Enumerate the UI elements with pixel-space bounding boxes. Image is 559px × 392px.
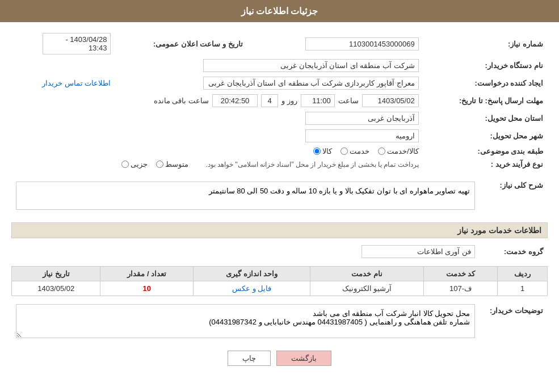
row-mohlat: مهلت ارسال پاسخ: تا تاریخ: 1403/05/02 سا… xyxy=(11,92,548,109)
ejad-konande-label: ایجاد کننده درخواست: xyxy=(423,74,548,92)
tabaghe-kala-item: کالا xyxy=(313,147,332,155)
cell-tedad: 10 xyxy=(100,281,194,296)
row-ostan: استان محل تحویل: آذربایجان غربی xyxy=(11,109,548,127)
services-table: ردیف کد خدمت نام خدمت واحد اندازه گیری ت… xyxy=(11,266,548,296)
ejad-konande-box: معراج آقاپور کاربردازی شرکت آب منطقه ای … xyxy=(203,77,419,90)
row-grohe-khedmat: گروه خدمت: فن آوری اطلاعات xyxy=(11,243,548,260)
buyer-notes-label: توضیحات خریدار: xyxy=(480,302,548,342)
buyer-notes-textarea[interactable] xyxy=(16,304,475,338)
col-radif: ردیف xyxy=(498,267,548,281)
farayand-motovaset-label: متوسط xyxy=(165,160,188,168)
no-farayand-label: نوع فرآیند خرید : xyxy=(423,158,548,171)
nam-dastgah-box: شرکت آب منطقه ای استان آذربایجان غربی xyxy=(203,59,419,72)
tabaghe-kalaKhedmat-label: کالا/خدمت xyxy=(387,147,419,155)
tabaghe-options: کالا/خدمت خدمت کالا xyxy=(11,145,423,158)
mohlat-baghimande-box: 20:42:50 xyxy=(212,94,258,107)
col-kod: کد خدمت xyxy=(423,267,498,281)
tabaghe-khedmat-item: خدمت xyxy=(341,147,369,155)
sharh-label: شرح کلی نیاز: xyxy=(480,176,548,217)
ostan-label: استان محل تحویل: xyxy=(423,109,548,127)
tarikh-elan-box: 1403/04/28 - 13:43 xyxy=(43,33,111,54)
tamaas-khardar-link[interactable]: اطلاعات تماس خریدار xyxy=(42,79,111,87)
farayand-jezyi-item: جزیی xyxy=(121,160,148,168)
btn-row: بازگشت چاپ xyxy=(11,351,548,366)
tabaghe-radio-group: کالا/خدمت خدمت کالا xyxy=(16,147,419,155)
tabaghe-khedmat-label: خدمت xyxy=(350,147,369,155)
tarikh-elan-value: 1403/04/28 - 13:43 xyxy=(11,31,115,57)
services-table-header-row: ردیف کد خدمت نام خدمت واحد اندازه گیری ت… xyxy=(12,267,548,281)
farayand-motovaset-radio[interactable] xyxy=(156,161,163,168)
row-tabaghe: طبقه بندی موضوعی: کالا/خدمت خدمت کالا xyxy=(11,145,548,158)
baghimande-label: ساعت باقی مانده xyxy=(154,96,209,105)
farayand-jezyi-radio[interactable] xyxy=(121,161,129,168)
shomare-niaz-box: 1103001453000069 xyxy=(305,37,419,50)
col-vahed: واحد اندازه گیری xyxy=(194,267,310,281)
services-table-body: 1 ف-107 آرشیو الکترونیک فایل و عکس 10 14… xyxy=(12,281,548,296)
mohlat-date-box: 1403/05/02 xyxy=(362,94,419,107)
row-ejad-konande: ایجاد کننده درخواست: معراج آقاپور کاربرد… xyxy=(11,74,548,92)
tabaghe-kala-label: کالا xyxy=(322,147,332,155)
shahr-value: ارومیه xyxy=(11,127,423,145)
cell-radif: 1 xyxy=(498,281,548,296)
roz-label: روز و xyxy=(281,96,297,105)
deadline-row: 1403/05/02 ساعت 11:00 روز و 4 20:42:50 xyxy=(16,94,419,107)
mohlat-row: 1403/05/02 ساعت 11:00 روز و 4 20:42:50 xyxy=(11,92,423,109)
grohe-khedmat-table: گروه خدمت: فن آوری اطلاعات xyxy=(11,243,548,260)
col-tarikh: تاریخ نیاز xyxy=(12,267,100,281)
ostan-box: آذربایجان غربی xyxy=(305,112,419,125)
ostan-value: آذربایجان غربی xyxy=(11,109,423,127)
farayand-motovaset-item: متوسط xyxy=(156,160,188,168)
ejad-konande-value: معراج آقاپور کاربردازی شرکت آب منطقه ای … xyxy=(115,74,423,92)
row-sharh: شرح کلی نیاز: xyxy=(11,176,548,217)
tabaghe-khedmat-radio[interactable] xyxy=(341,147,348,155)
sharh-value-cell xyxy=(11,176,480,217)
sharh-table: شرح کلی نیاز: xyxy=(11,176,548,217)
row-shomare-niaz: شماره نیاز: 1103001453000069 تاریخ و ساع… xyxy=(11,31,548,57)
main-content: شماره نیاز: 1103001453000069 تاریخ و ساع… xyxy=(0,22,559,374)
farayand-note: پرداخت تمام یا بخشی از مبلغ خریدار از مح… xyxy=(205,161,418,168)
grohe-khedmat-label: گروه خدمت: xyxy=(480,243,548,260)
farayand-radio-group: پرداخت تمام یا بخشی از مبلغ خریدار از مح… xyxy=(16,160,419,168)
page-title: جزئیات اطلاعات نیاز xyxy=(241,6,318,16)
shomare-niaz-value: 1103001453000069 xyxy=(259,31,423,57)
row-no-farayand: نوع فرآیند خرید : پرداخت تمام یا بخشی از… xyxy=(11,158,548,171)
tabaghe-kalaKhedmat-radio[interactable] xyxy=(378,147,385,155)
saat-label: ساعت xyxy=(338,96,359,105)
info-table: شماره نیاز: 1103001453000069 تاریخ و ساع… xyxy=(11,31,548,171)
services-table-head: ردیف کد خدمت نام خدمت واحد اندازه گیری ت… xyxy=(12,267,548,281)
tabaghe-kala-radio[interactable] xyxy=(313,147,321,155)
row-nam-dastgah: نام دستگاه خریدار: شرکت آب منطقه ای استا… xyxy=(11,57,548,74)
khadamat-section-title: اطلاعات خدمات مورد نیاز xyxy=(11,222,548,238)
grohe-khedmat-box: فن آوری اطلاعات xyxy=(362,245,475,258)
buyer-notes-value-cell xyxy=(11,302,480,342)
shahr-box: ارومیه xyxy=(305,129,419,142)
page-wrapper: جزئیات اطلاعات نیاز شماره نیاز: 11030014… xyxy=(0,0,559,392)
col-tedad: تعداد / مقدار xyxy=(100,267,194,281)
buyer-notes-table: توضیحات خریدار: xyxy=(11,302,548,342)
col-name: نام خدمت xyxy=(310,267,423,281)
shomare-niaz-label: شماره نیاز: xyxy=(423,31,548,57)
sharh-textarea[interactable] xyxy=(16,182,475,210)
tabaghe-label: طبقه بندی موضوعی: xyxy=(423,145,548,158)
page-header: جزئیات اطلاعات نیاز xyxy=(0,0,559,22)
mohlat-label: مهلت ارسال پاسخ: تا تاریخ: xyxy=(423,92,548,109)
row-shahr: شهر محل تحویل: ارومیه xyxy=(11,127,548,145)
grohe-khedmat-value-cell: فن آوری اطلاعات xyxy=(11,243,480,260)
nam-dastgah-value: شرکت آب منطقه ای استان آذربایجان غربی xyxy=(11,57,423,74)
cell-tarikh: 1403/05/02 xyxy=(12,281,100,296)
shahr-label: شهر محل تحویل: xyxy=(423,127,548,145)
farayand-jezyi-label: جزیی xyxy=(131,160,148,168)
mohlat-saat-box: 11:00 xyxy=(301,94,335,107)
table-row: 1 ف-107 آرشیو الکترونیک فایل و عکس 10 14… xyxy=(12,281,548,296)
cell-name: آرشیو الکترونیک xyxy=(310,281,423,296)
mohlat-roz-box: 4 xyxy=(261,94,278,107)
tabaghe-kalaKhedmat-item: کالا/خدمت xyxy=(378,147,419,155)
tarikh-elan-label: تاریخ و ساعت اعلان عمومی: xyxy=(115,31,247,57)
back-button[interactable]: بازگشت xyxy=(276,351,331,366)
no-farayand-options: پرداخت تمام یا بخشی از مبلغ خریدار از مح… xyxy=(11,158,423,171)
cell-vahed: فایل و عکس xyxy=(194,281,310,296)
row-buyer-notes: توضیحات خریدار: xyxy=(11,302,548,342)
cell-kod: ف-107 xyxy=(423,281,498,296)
print-button[interactable]: چاپ xyxy=(228,351,271,366)
nam-dastgah-label: نام دستگاه خریدار: xyxy=(423,57,548,74)
